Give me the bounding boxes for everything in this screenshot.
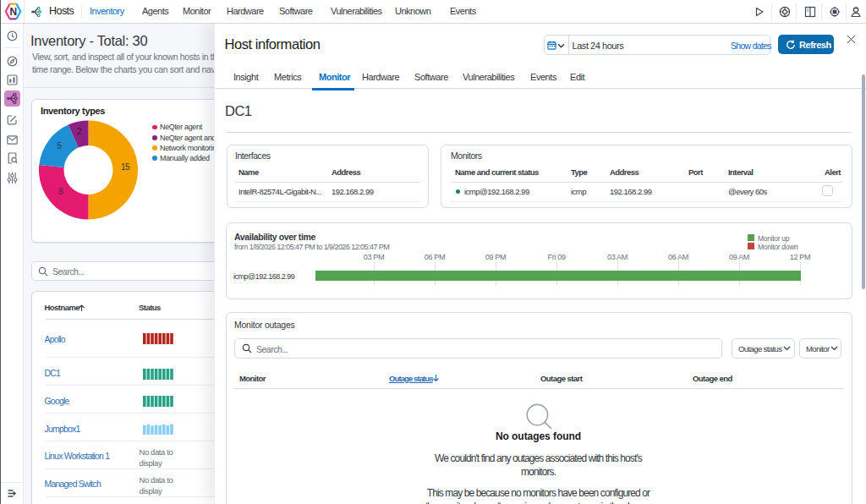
- svg-text:N: N: [9, 6, 16, 18]
